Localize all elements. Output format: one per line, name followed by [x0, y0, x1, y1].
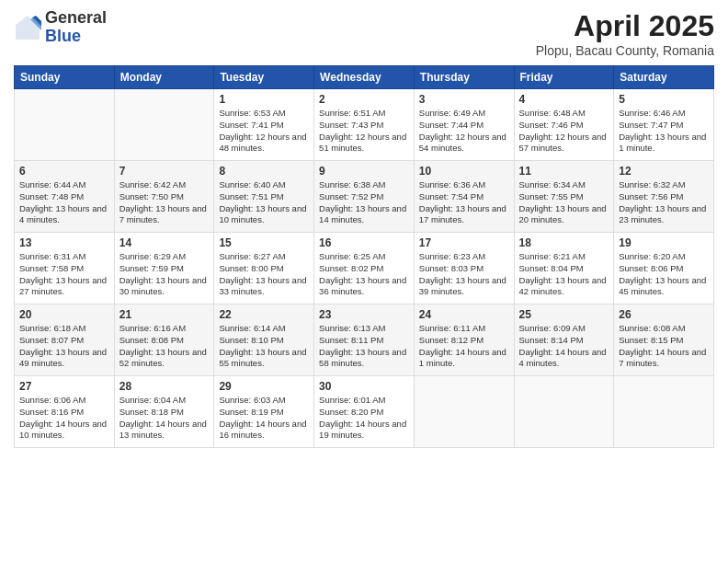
calendar-cell: 15Sunrise: 6:27 AM Sunset: 8:00 PM Dayli… — [214, 233, 314, 304]
logo-blue: Blue — [45, 28, 107, 46]
calendar-cell: 27Sunrise: 6:06 AM Sunset: 8:16 PM Dayli… — [15, 376, 115, 448]
day-number: 12 — [619, 165, 709, 178]
weekday-header-row: SundayMondayTuesdayWednesdayThursdayFrid… — [15, 66, 714, 89]
weekday-header: Saturday — [614, 66, 714, 89]
calendar-cell: 10Sunrise: 6:36 AM Sunset: 7:54 PM Dayli… — [414, 161, 514, 233]
calendar-cell: 1Sunrise: 6:53 AM Sunset: 7:41 PM Daylig… — [214, 89, 314, 161]
day-number: 18 — [519, 236, 609, 249]
cell-details: Sunrise: 6:36 AM Sunset: 7:54 PM Dayligh… — [419, 179, 509, 226]
logo: General Blue — [14, 9, 107, 46]
cell-details: Sunrise: 6:42 AM Sunset: 7:50 PM Dayligh… — [119, 179, 210, 226]
cell-details: Sunrise: 6:11 AM Sunset: 8:12 PM Dayligh… — [419, 323, 509, 370]
calendar-cell — [414, 376, 514, 448]
calendar-cell: 6Sunrise: 6:44 AM Sunset: 7:48 PM Daylig… — [15, 161, 115, 233]
cell-details: Sunrise: 6:04 AM Sunset: 8:18 PM Dayligh… — [119, 395, 210, 442]
calendar-cell: 28Sunrise: 6:04 AM Sunset: 8:18 PM Dayli… — [114, 376, 214, 448]
cell-details: Sunrise: 6:14 AM Sunset: 8:10 PM Dayligh… — [219, 323, 309, 370]
cell-details: Sunrise: 6:08 AM Sunset: 8:15 PM Dayligh… — [619, 323, 709, 370]
calendar-week-row: 13Sunrise: 6:31 AM Sunset: 7:58 PM Dayli… — [15, 233, 714, 304]
day-number: 26 — [619, 308, 709, 321]
cell-details: Sunrise: 6:40 AM Sunset: 7:51 PM Dayligh… — [219, 179, 309, 226]
day-number: 5 — [619, 93, 709, 106]
weekday-header: Friday — [514, 66, 614, 89]
cell-details: Sunrise: 6:09 AM Sunset: 8:14 PM Dayligh… — [519, 323, 609, 370]
day-number: 28 — [119, 380, 210, 393]
calendar-cell: 5Sunrise: 6:46 AM Sunset: 7:47 PM Daylig… — [614, 89, 714, 161]
location: Plopu, Bacau County, Romania — [536, 43, 714, 58]
day-number: 6 — [19, 165, 109, 178]
day-number: 11 — [519, 165, 609, 178]
cell-details: Sunrise: 6:44 AM Sunset: 7:48 PM Dayligh… — [19, 179, 109, 226]
day-number: 10 — [419, 165, 509, 178]
calendar-cell: 2Sunrise: 6:51 AM Sunset: 7:43 PM Daylig… — [314, 89, 415, 161]
page-container: General Blue April 2025 Plopu, Bacau Cou… — [0, 0, 728, 563]
day-number: 20 — [19, 308, 109, 321]
cell-details: Sunrise: 6:31 AM Sunset: 7:58 PM Dayligh… — [19, 251, 109, 298]
calendar-cell: 24Sunrise: 6:11 AM Sunset: 8:12 PM Dayli… — [414, 304, 514, 376]
day-number: 1 — [219, 93, 309, 106]
calendar-cell: 17Sunrise: 6:23 AM Sunset: 8:03 PM Dayli… — [414, 233, 514, 304]
calendar-cell: 18Sunrise: 6:21 AM Sunset: 8:04 PM Dayli… — [514, 233, 614, 304]
calendar-cell: 22Sunrise: 6:14 AM Sunset: 8:10 PM Dayli… — [214, 304, 314, 376]
cell-details: Sunrise: 6:51 AM Sunset: 7:43 PM Dayligh… — [319, 108, 409, 155]
calendar-cell — [514, 376, 614, 448]
calendar-cell — [614, 376, 714, 448]
weekday-header: Sunday — [15, 66, 115, 89]
calendar-cell: 25Sunrise: 6:09 AM Sunset: 8:14 PM Dayli… — [514, 304, 614, 376]
calendar-cell: 23Sunrise: 6:13 AM Sunset: 8:11 PM Dayli… — [314, 304, 415, 376]
day-number: 7 — [119, 165, 210, 178]
logo-icon — [14, 14, 41, 41]
day-number: 21 — [119, 308, 210, 321]
calendar-table: SundayMondayTuesdayWednesdayThursdayFrid… — [14, 65, 714, 448]
day-number: 17 — [419, 236, 509, 249]
cell-details: Sunrise: 6:20 AM Sunset: 8:06 PM Dayligh… — [619, 251, 709, 298]
cell-details: Sunrise: 6:06 AM Sunset: 8:16 PM Dayligh… — [19, 395, 109, 442]
calendar-cell: 21Sunrise: 6:16 AM Sunset: 8:08 PM Dayli… — [114, 304, 214, 376]
day-number: 30 — [319, 380, 409, 393]
cell-details: Sunrise: 6:46 AM Sunset: 7:47 PM Dayligh… — [619, 108, 709, 155]
cell-details: Sunrise: 6:32 AM Sunset: 7:56 PM Dayligh… — [619, 179, 709, 226]
day-number: 19 — [619, 236, 709, 249]
cell-details: Sunrise: 6:13 AM Sunset: 8:11 PM Dayligh… — [319, 323, 409, 370]
month-title: April 2025 — [536, 9, 714, 43]
day-number: 24 — [419, 308, 509, 321]
cell-details: Sunrise: 6:49 AM Sunset: 7:44 PM Dayligh… — [419, 108, 509, 155]
day-number: 27 — [19, 380, 109, 393]
calendar-cell — [15, 89, 115, 161]
day-number: 4 — [519, 93, 609, 106]
cell-details: Sunrise: 6:38 AM Sunset: 7:52 PM Dayligh… — [319, 179, 409, 226]
calendar-cell: 11Sunrise: 6:34 AM Sunset: 7:55 PM Dayli… — [514, 161, 614, 233]
cell-details: Sunrise: 6:23 AM Sunset: 8:03 PM Dayligh… — [419, 251, 509, 298]
cell-details: Sunrise: 6:27 AM Sunset: 8:00 PM Dayligh… — [219, 251, 309, 298]
logo-text: General Blue — [45, 9, 107, 46]
cell-details: Sunrise: 6:29 AM Sunset: 7:59 PM Dayligh… — [119, 251, 210, 298]
calendar-cell: 29Sunrise: 6:03 AM Sunset: 8:19 PM Dayli… — [214, 376, 314, 448]
weekday-header: Wednesday — [314, 66, 415, 89]
cell-details: Sunrise: 6:03 AM Sunset: 8:19 PM Dayligh… — [219, 395, 309, 442]
day-number: 29 — [219, 380, 309, 393]
day-number: 2 — [319, 93, 409, 106]
header: General Blue April 2025 Plopu, Bacau Cou… — [14, 9, 714, 58]
calendar-cell — [114, 89, 214, 161]
calendar-cell: 14Sunrise: 6:29 AM Sunset: 7:59 PM Dayli… — [114, 233, 214, 304]
calendar-cell: 20Sunrise: 6:18 AM Sunset: 8:07 PM Dayli… — [15, 304, 115, 376]
day-number: 14 — [119, 236, 210, 249]
calendar-week-row: 20Sunrise: 6:18 AM Sunset: 8:07 PM Dayli… — [15, 304, 714, 376]
calendar-cell: 30Sunrise: 6:01 AM Sunset: 8:20 PM Dayli… — [314, 376, 415, 448]
calendar-cell: 9Sunrise: 6:38 AM Sunset: 7:52 PM Daylig… — [314, 161, 415, 233]
weekday-header: Thursday — [414, 66, 514, 89]
cell-details: Sunrise: 6:01 AM Sunset: 8:20 PM Dayligh… — [319, 395, 409, 442]
cell-details: Sunrise: 6:16 AM Sunset: 8:08 PM Dayligh… — [119, 323, 210, 370]
day-number: 23 — [319, 308, 409, 321]
calendar-cell: 26Sunrise: 6:08 AM Sunset: 8:15 PM Dayli… — [614, 304, 714, 376]
calendar-cell: 13Sunrise: 6:31 AM Sunset: 7:58 PM Dayli… — [15, 233, 115, 304]
cell-details: Sunrise: 6:18 AM Sunset: 8:07 PM Dayligh… — [19, 323, 109, 370]
day-number: 8 — [219, 165, 309, 178]
day-number: 13 — [19, 236, 109, 249]
calendar-cell: 8Sunrise: 6:40 AM Sunset: 7:51 PM Daylig… — [214, 161, 314, 233]
cell-details: Sunrise: 6:53 AM Sunset: 7:41 PM Dayligh… — [219, 108, 309, 155]
calendar-cell: 4Sunrise: 6:48 AM Sunset: 7:46 PM Daylig… — [514, 89, 614, 161]
calendar-cell: 3Sunrise: 6:49 AM Sunset: 7:44 PM Daylig… — [414, 89, 514, 161]
calendar-cell: 7Sunrise: 6:42 AM Sunset: 7:50 PM Daylig… — [114, 161, 214, 233]
day-number: 25 — [519, 308, 609, 321]
